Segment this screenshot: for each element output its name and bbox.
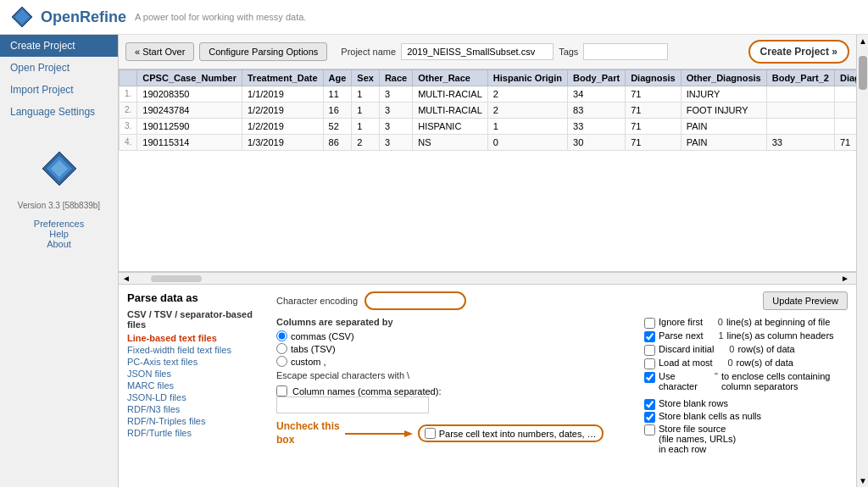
- col-header-rownum: [120, 70, 137, 86]
- file-type-marc[interactable]: MARC files: [127, 380, 263, 391]
- table-row: 2.1902437841/2/20191613MULTI-RACIAL28371…: [120, 103, 857, 119]
- parse-next-suffix: line(s) as column headers: [727, 330, 834, 341]
- create-project-button[interactable]: Create Project »: [748, 40, 849, 64]
- scroll-left-arrow[interactable]: ◄: [119, 274, 134, 283]
- table-cell: 3: [379, 103, 412, 119]
- parse-cell-checkbox[interactable]: [425, 428, 436, 439]
- parse-section: Parse data as CSV / TSV / separator-base…: [119, 284, 856, 487]
- col-header-race: Race: [379, 70, 412, 86]
- sidebar-version: Version 3.3 [58b839b]: [0, 197, 118, 214]
- store-file-source-row: Store file source (file names, URLs) in …: [644, 424, 848, 454]
- radio-custom-label: custom ,: [291, 357, 326, 367]
- table-cell: 190115314: [137, 135, 242, 151]
- radio-tsv-label: tabs (TSV): [291, 344, 336, 354]
- table-cell: 190112590: [137, 119, 242, 135]
- table-cell: 33: [766, 135, 834, 151]
- radio-csv-input[interactable]: [276, 330, 287, 341]
- parse-next-row: Parse next 1 line(s) as column headers: [644, 330, 848, 342]
- main-layout: Create Project Open Project Import Proje…: [0, 35, 868, 487]
- table-cell: 34: [568, 86, 626, 103]
- use-char-checkbox[interactable]: [644, 372, 655, 383]
- col-header-cpsc: CPSC_Case_Number: [137, 70, 242, 86]
- col-header-other-diag: Other_Diagnosis: [681, 70, 766, 86]
- col-header-age: Age: [323, 70, 352, 86]
- table-cell: HISPANIC: [413, 119, 488, 135]
- col-header-treatment-date: Treatment_Date: [242, 70, 324, 86]
- table-cell: 1/3/2019: [242, 135, 324, 151]
- discard-initial-checkbox[interactable]: [644, 345, 655, 356]
- right-scrollbar[interactable]: ▲ ▼: [856, 35, 868, 487]
- scroll-thumb-h[interactable]: [151, 275, 202, 282]
- use-char-row: Use character " to enclose cells contain…: [644, 371, 848, 391]
- configure-parsing-button[interactable]: Configure Parsing Options: [199, 42, 327, 61]
- sidebar-item-create-project[interactable]: Create Project: [0, 35, 118, 57]
- col-names-checkbox[interactable]: [276, 385, 287, 396]
- table-cell: 30: [568, 135, 626, 151]
- ignore-first-checkbox[interactable]: [644, 318, 655, 329]
- encoding-row: Character encoding: [276, 291, 631, 310]
- file-type-rdf-n3[interactable]: RDF/N3 files: [127, 403, 263, 415]
- sidebar-diamond-icon: [39, 148, 80, 189]
- table-cell: 83: [568, 103, 626, 119]
- file-type-rdf-turtle[interactable]: RDF/Turtle files: [127, 427, 263, 439]
- table-cell: 1: [352, 86, 380, 103]
- scroll-up-arrow[interactable]: ▲: [857, 35, 868, 47]
- load-at-most-checkbox[interactable]: [644, 358, 655, 369]
- discard-initial-suffix: row(s) of data: [737, 344, 794, 354]
- table-cell: 3: [379, 86, 412, 103]
- store-blank-rows-checkbox[interactable]: [644, 399, 655, 410]
- tags-input[interactable]: [583, 43, 668, 60]
- svg-marker-6: [404, 430, 413, 437]
- toolbar: « Start Over Configure Parsing Options P…: [119, 35, 856, 69]
- store-blank-cells-checkbox[interactable]: [644, 412, 655, 423]
- scroll-right-arrow[interactable]: ►: [837, 274, 853, 283]
- sidebar-item-open-project[interactable]: Open Project: [0, 57, 118, 79]
- sidebar-logo: [0, 123, 118, 197]
- logo-icon: [10, 5, 34, 29]
- load-at-most-label: Load at most: [659, 358, 713, 368]
- table-cell: 3: [379, 119, 412, 135]
- file-type-json[interactable]: JSON files: [127, 368, 263, 380]
- encoding-input[interactable]: [364, 291, 466, 310]
- about-link[interactable]: About: [5, 239, 113, 249]
- project-name-label: Project name: [341, 47, 396, 57]
- col-names-label: Column names (comma separated):: [292, 386, 441, 396]
- file-type-rdf-ntriples[interactable]: RDF/N-Triples files: [127, 415, 263, 427]
- scroll-thumb[interactable]: [859, 56, 867, 90]
- arrow-svg: [345, 425, 413, 442]
- parse-right: Update Preview Ignore first 0 line(s) at…: [644, 291, 848, 480]
- table-cell: 16: [323, 103, 352, 119]
- use-char-label: Use character: [659, 371, 698, 391]
- table-cell: [766, 103, 834, 119]
- file-type-fixed-width[interactable]: Fixed-width field text files: [127, 344, 263, 356]
- horizontal-scrollbar[interactable]: ◄ ►: [119, 272, 856, 284]
- scroll-down-arrow[interactable]: ▼: [857, 474, 868, 487]
- store-blank-rows-row: Store blank rows: [644, 398, 848, 410]
- store-file-source-label: Store file source (file names, URLs) in …: [659, 424, 736, 454]
- file-type-json-ld[interactable]: JSON-LD files: [127, 391, 263, 403]
- table-cell: 71: [626, 119, 682, 135]
- col-names-input[interactable]: [276, 396, 429, 413]
- start-over-button[interactable]: « Start Over: [125, 42, 194, 61]
- table-cell: 190208350: [137, 86, 242, 103]
- file-type-pc-axis[interactable]: PC-Axis text files: [127, 356, 263, 368]
- col-header-body-part: Body_Part: [568, 70, 626, 86]
- parse-next-checkbox[interactable]: [644, 331, 655, 342]
- use-char-suffix: to enclose cells containing column separ…: [721, 371, 848, 391]
- col-header-diagnosis-2: Diagnosis_2: [835, 70, 857, 86]
- file-type-line-based[interactable]: Line-based text files: [127, 332, 263, 344]
- sidebar-item-import-project[interactable]: Import Project: [0, 79, 118, 101]
- update-preview-button[interactable]: Update Preview: [763, 291, 848, 310]
- store-file-source-checkbox[interactable]: [644, 424, 655, 435]
- sidebar-item-language-settings[interactable]: Language Settings: [0, 101, 118, 123]
- radio-tsv-input[interactable]: [276, 343, 287, 354]
- preferences-link[interactable]: Preferences: [5, 219, 113, 229]
- radio-custom-input[interactable]: [276, 356, 287, 367]
- table-cell: [835, 86, 857, 103]
- load-at-most-num: 0: [716, 358, 733, 368]
- project-name-input[interactable]: [401, 43, 554, 60]
- file-types-title: CSV / TSV / separator-based files: [127, 309, 263, 330]
- help-link[interactable]: Help: [5, 229, 113, 239]
- col-header-body-part-2: Body_Part_2: [766, 70, 834, 86]
- table-cell: PAIN: [681, 135, 766, 151]
